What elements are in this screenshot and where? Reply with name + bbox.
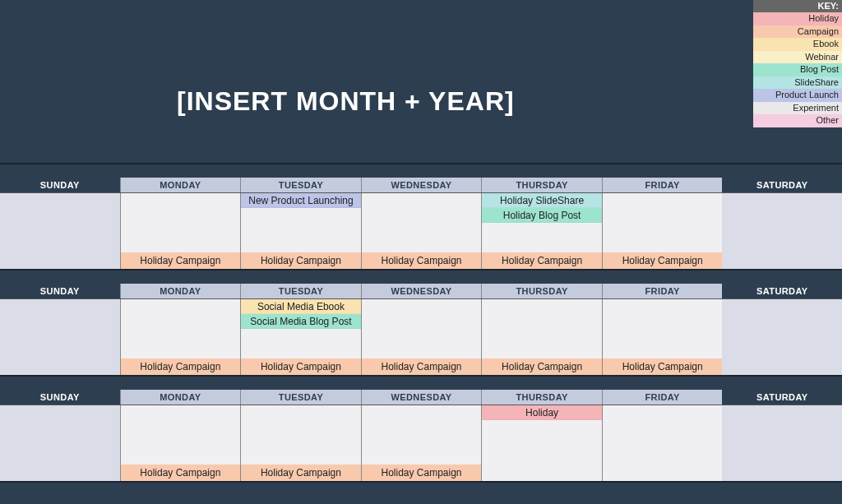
week-body-row: Holiday CampaignNew Product LaunchingHol… [0,193,842,269]
calendar-event[interactable]: Holiday Campaign [362,465,482,481]
calendar-event[interactable]: Holiday Campaign [362,358,482,375]
empty-space [603,193,723,252]
legend-item: Other [753,114,842,127]
day-header: FRIDAY [602,178,723,192]
calendar-week: SUNDAYMONDAYTUESDAYWEDNESDAYTHURSDAYFRID… [0,390,842,483]
day-cell[interactable] [722,299,842,375]
calendar-event[interactable]: Holiday Campaign [603,252,723,269]
day-header: SUNDAY [0,284,120,298]
calendar-event[interactable]: Holiday Campaign [121,358,241,375]
calendar-event[interactable]: Holiday Campaign [121,465,241,481]
day-cell[interactable]: Holiday Campaign [481,299,602,375]
legend-item: Campaign [753,25,842,39]
day-cell[interactable]: Holiday [481,405,602,481]
calendar-event[interactable]: Holiday SlideShare [482,193,602,208]
empty-space [722,299,842,375]
calendar-event[interactable]: Holiday Campaign [603,358,723,375]
calendar-event[interactable]: Holiday Campaign [241,465,361,481]
calendar-event[interactable]: Holiday [482,405,602,420]
header: [INSERT MONTH + YEAR] KEY: HolidayCampai… [0,0,842,164]
empty-space [241,329,361,358]
day-cell[interactable] [602,405,723,481]
calendar-event[interactable]: Holiday Campaign [241,252,361,269]
day-cell[interactable] [722,193,842,269]
calendar-grid: SUNDAYMONDAYTUESDAYWEDNESDAYTHURSDAYFRID… [0,178,842,483]
legend-item: Blog Post [753,63,842,76]
day-header: WEDNESDAY [361,390,482,405]
empty-space [482,299,602,358]
day-cell[interactable]: Holiday Campaign [361,299,482,375]
legend-item: SlideShare [753,76,842,90]
calendar-event[interactable]: Holiday Campaign [482,252,602,269]
day-header: MONDAY [120,284,241,298]
legend-item: Ebook [753,38,842,51]
legend-item: Product Launch [753,89,842,102]
empty-space [482,420,602,481]
day-header: SATURDAY [722,178,842,192]
empty-space [121,299,241,358]
empty-space [0,405,120,481]
day-cell[interactable]: Holiday Campaign [120,193,241,269]
day-header: SATURDAY [722,284,842,298]
empty-space [722,193,842,269]
day-header: SUNDAY [0,390,120,405]
day-header: TUESDAY [240,284,361,298]
day-cell[interactable]: Holiday Campaign [602,299,723,375]
empty-space [722,405,842,481]
day-cell[interactable]: Holiday Campaign [240,405,361,481]
day-header: TUESDAY [240,178,361,192]
day-cell[interactable]: Holiday SlideShareHoliday Blog PostHolid… [481,193,602,269]
day-cell[interactable]: Holiday Campaign [120,299,241,375]
calendar-event[interactable]: Holiday Campaign [482,358,602,375]
empty-space [362,193,482,252]
day-cell[interactable]: Holiday Campaign [361,405,482,481]
day-cell[interactable] [0,299,120,375]
day-cell[interactable] [0,193,120,269]
day-header: SATURDAY [722,390,842,405]
day-header: THURSDAY [481,178,602,192]
day-cell[interactable]: Holiday Campaign [361,193,482,269]
day-cell[interactable]: New Product LaunchingHoliday Campaign [240,193,361,269]
calendar-event[interactable]: Holiday Campaign [241,358,361,375]
calendar-event[interactable]: Holiday Campaign [362,252,482,269]
calendar-event[interactable]: New Product Launching [241,193,361,208]
day-header-row: SUNDAYMONDAYTUESDAYWEDNESDAYTHURSDAYFRID… [0,178,842,193]
day-header: WEDNESDAY [361,178,482,192]
day-cell[interactable]: Holiday Campaign [120,405,241,481]
calendar-event[interactable]: Social Media Ebook [241,299,361,314]
empty-space [603,299,723,358]
spacer [0,164,842,178]
day-header: SUNDAY [0,178,120,192]
week-body-row: Holiday CampaignHoliday CampaignHoliday … [0,405,842,481]
day-header: THURSDAY [481,284,602,298]
day-header: FRIDAY [602,390,723,405]
week-body-row: Holiday CampaignSocial Media EbookSocial… [0,299,842,375]
empty-space [241,405,361,465]
empty-space [482,223,602,252]
legend-header: KEY: [753,0,842,12]
calendar-week: SUNDAYMONDAYTUESDAYWEDNESDAYTHURSDAYFRID… [0,178,842,270]
calendar-event[interactable]: Holiday Campaign [121,252,241,269]
calendar-week: SUNDAYMONDAYTUESDAYWEDNESDAYTHURSDAYFRID… [0,284,842,377]
day-header: WEDNESDAY [361,284,482,298]
legend-item: Experiment [753,102,842,115]
day-header: MONDAY [120,390,241,405]
page-title: [INSERT MONTH + YEAR] [177,86,515,117]
day-header: MONDAY [120,178,241,192]
day-cell[interactable] [0,405,120,481]
day-header-row: SUNDAYMONDAYTUESDAYWEDNESDAYTHURSDAYFRID… [0,284,842,299]
legend-item: Holiday [753,12,842,25]
empty-space [362,405,482,465]
empty-space [0,193,120,269]
day-header: TUESDAY [240,390,361,405]
calendar-event[interactable]: Holiday Blog Post [482,208,602,223]
empty-space [121,405,241,465]
calendar-event[interactable]: Social Media Blog Post [241,314,361,329]
day-cell[interactable]: Holiday Campaign [602,193,723,269]
spacer [0,377,842,390]
day-cell[interactable] [722,405,842,481]
empty-space [603,405,723,481]
empty-space [0,299,120,375]
day-cell[interactable]: Social Media EbookSocial Media Blog Post… [240,299,361,375]
empty-space [121,193,241,252]
